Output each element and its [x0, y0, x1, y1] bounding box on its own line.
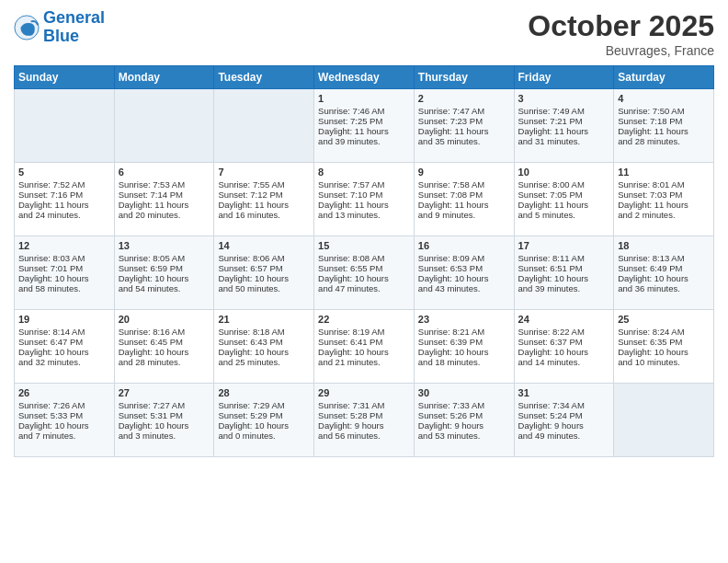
week-row-0: 1Sunrise: 7:46 AMSunset: 7:25 PMDaylight…	[15, 89, 714, 163]
calendar-cell: 28Sunrise: 7:29 AMSunset: 5:29 PMDayligh…	[214, 384, 314, 457]
day-info: Sunrise: 7:47 AM	[418, 106, 510, 116]
day-number: 7	[218, 167, 310, 178]
day-info: Sunrise: 7:49 AM	[518, 106, 610, 116]
day-info: and 39 minutes.	[318, 136, 410, 146]
month-title: October 2025	[528, 9, 714, 43]
day-info: Daylight: 11 hours	[119, 200, 210, 210]
day-info: Sunrise: 7:57 AM	[318, 179, 410, 190]
day-info: and 7 minutes.	[18, 431, 110, 441]
calendar-cell: 12Sunrise: 8:03 AMSunset: 7:01 PMDayligh…	[15, 236, 115, 310]
day-info: Daylight: 11 hours	[318, 126, 410, 136]
calendar-cell: 25Sunrise: 8:24 AMSunset: 6:35 PMDayligh…	[614, 310, 714, 384]
calendar-cell: 18Sunrise: 8:13 AMSunset: 6:49 PMDayligh…	[614, 236, 714, 310]
day-info: Sunset: 5:26 PM	[418, 410, 510, 420]
day-info: Sunrise: 8:18 AM	[218, 327, 310, 337]
week-row-3: 19Sunrise: 8:14 AMSunset: 6:47 PMDayligh…	[15, 310, 714, 384]
calendar-cell: 21Sunrise: 8:18 AMSunset: 6:43 PMDayligh…	[214, 310, 314, 384]
col-monday: Monday	[114, 66, 214, 89]
day-info: Daylight: 11 hours	[518, 126, 610, 136]
calendar-cell: 16Sunrise: 8:09 AMSunset: 6:53 PMDayligh…	[414, 236, 514, 310]
day-info: Daylight: 10 hours	[119, 273, 210, 283]
day-info: and 43 minutes.	[418, 283, 510, 293]
day-info: Daylight: 10 hours	[518, 273, 610, 283]
day-info: Sunrise: 7:50 AM	[618, 106, 710, 116]
day-info: Sunrise: 7:29 AM	[218, 400, 310, 410]
day-info: and 16 minutes.	[218, 210, 310, 220]
day-info: Daylight: 11 hours	[218, 200, 310, 210]
day-info: and 18 minutes.	[418, 357, 510, 367]
day-info: Sunset: 7:23 PM	[418, 116, 510, 126]
logo-icon	[14, 15, 40, 40]
calendar-cell: 24Sunrise: 8:22 AMSunset: 6:37 PMDayligh…	[514, 310, 614, 384]
day-info: Sunrise: 8:16 AM	[119, 327, 210, 337]
day-info: Daylight: 11 hours	[418, 200, 510, 210]
calendar-cell	[214, 89, 314, 163]
day-info: and 5 minutes.	[518, 210, 610, 220]
day-info: Daylight: 10 hours	[119, 347, 210, 357]
day-info: and 14 minutes.	[518, 357, 610, 367]
calendar-cell: 3Sunrise: 7:49 AMSunset: 7:21 PMDaylight…	[514, 89, 614, 163]
day-info: Sunset: 6:39 PM	[418, 337, 510, 347]
day-info: Sunrise: 7:46 AM	[318, 106, 410, 116]
day-number: 31	[518, 387, 610, 398]
day-info: Daylight: 9 hours	[418, 420, 510, 431]
day-info: Daylight: 10 hours	[18, 347, 110, 357]
logo-text: General Blue	[43, 9, 105, 46]
day-info: Daylight: 10 hours	[618, 273, 710, 283]
day-number: 13	[119, 240, 210, 251]
day-info: Sunset: 6:43 PM	[218, 337, 310, 347]
calendar-cell: 22Sunrise: 8:19 AMSunset: 6:41 PMDayligh…	[314, 310, 415, 384]
day-number: 22	[318, 314, 410, 325]
day-info: Sunrise: 8:08 AM	[318, 253, 410, 263]
calendar-cell: 14Sunrise: 8:06 AMSunset: 6:57 PMDayligh…	[214, 236, 314, 310]
week-row-1: 5Sunrise: 7:52 AMSunset: 7:16 PMDaylight…	[15, 163, 714, 236]
day-info: Sunset: 6:47 PM	[18, 337, 110, 347]
day-info: Daylight: 9 hours	[518, 420, 610, 431]
day-info: Daylight: 10 hours	[119, 420, 210, 431]
day-info: Daylight: 11 hours	[18, 200, 110, 210]
calendar-cell: 8Sunrise: 7:57 AMSunset: 7:10 PMDaylight…	[314, 163, 415, 236]
day-info: Sunrise: 7:31 AM	[318, 400, 410, 410]
day-info: Daylight: 10 hours	[18, 273, 110, 283]
day-number: 16	[418, 240, 510, 251]
calendar-cell: 11Sunrise: 8:01 AMSunset: 7:03 PMDayligh…	[614, 163, 714, 236]
day-info: Sunset: 6:45 PM	[119, 337, 210, 347]
title-block: October 2025 Beuvrages, France	[528, 9, 714, 58]
calendar-cell: 1Sunrise: 7:46 AMSunset: 7:25 PMDaylight…	[314, 89, 415, 163]
day-info: Daylight: 11 hours	[518, 200, 610, 210]
day-number: 12	[18, 240, 110, 251]
day-info: Daylight: 9 hours	[318, 420, 410, 431]
day-info: Daylight: 10 hours	[618, 347, 710, 357]
day-info: Sunrise: 8:11 AM	[518, 253, 610, 263]
calendar-cell: 9Sunrise: 7:58 AMSunset: 7:08 PMDaylight…	[414, 163, 514, 236]
day-info: Sunrise: 8:24 AM	[618, 327, 710, 337]
day-info: Sunrise: 7:53 AM	[119, 179, 210, 190]
day-info: Sunset: 6:59 PM	[119, 263, 210, 273]
day-info: Sunrise: 7:34 AM	[518, 400, 610, 410]
location: Beuvrages, France	[528, 43, 714, 58]
day-info: Sunset: 6:49 PM	[618, 263, 710, 273]
day-info: and 9 minutes.	[418, 210, 510, 220]
day-info: and 47 minutes.	[318, 283, 410, 293]
calendar-cell	[614, 384, 714, 457]
day-info: Sunset: 5:28 PM	[318, 410, 410, 420]
day-info: Sunrise: 8:06 AM	[218, 253, 310, 263]
day-number: 11	[618, 167, 710, 178]
header: General Blue October 2025 Beuvrages, Fra…	[14, 9, 714, 58]
day-info: Sunset: 6:37 PM	[518, 337, 610, 347]
col-tuesday: Tuesday	[214, 66, 314, 89]
day-info: Sunset: 7:25 PM	[318, 116, 410, 126]
day-number: 4	[618, 93, 710, 104]
calendar-header-row: Sunday Monday Tuesday Wednesday Thursday…	[15, 66, 714, 89]
calendar-cell: 31Sunrise: 7:34 AMSunset: 5:24 PMDayligh…	[514, 384, 614, 457]
day-info: and 54 minutes.	[119, 283, 210, 293]
day-info: Sunset: 5:29 PM	[218, 410, 310, 420]
day-info: Sunset: 6:51 PM	[518, 263, 610, 273]
day-info: Sunrise: 7:26 AM	[18, 400, 110, 410]
day-number: 17	[518, 240, 610, 251]
day-info: Sunrise: 8:22 AM	[518, 327, 610, 337]
day-info: Sunrise: 7:58 AM	[418, 179, 510, 190]
day-info: Daylight: 10 hours	[318, 347, 410, 357]
day-info: and 24 minutes.	[18, 210, 110, 220]
calendar-cell: 7Sunrise: 7:55 AMSunset: 7:12 PMDaylight…	[214, 163, 314, 236]
